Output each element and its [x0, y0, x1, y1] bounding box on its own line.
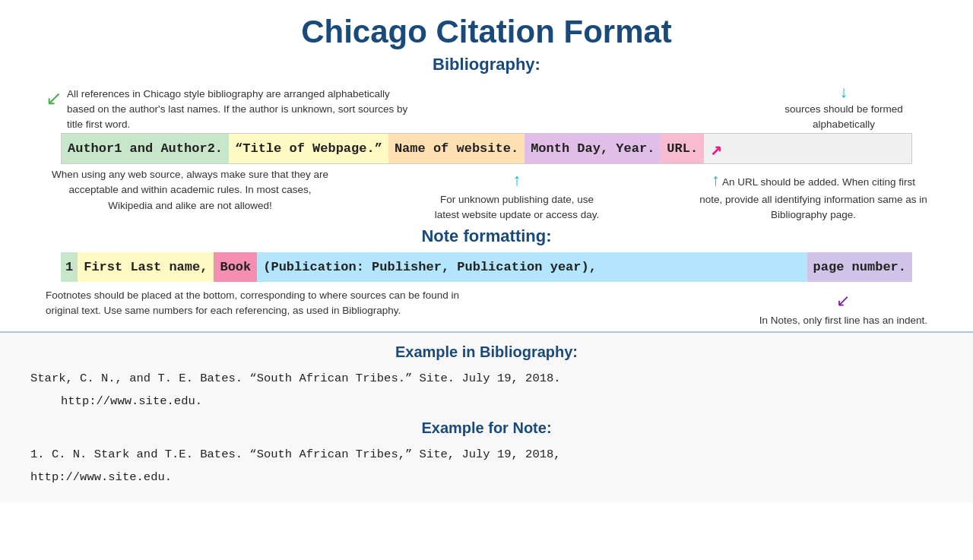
top-left-annotation: ↙ All references in Chicago style biblio… — [46, 87, 410, 131]
page-title: Chicago Citation Format — [23, 14, 950, 50]
pink-arrow-icon: ↗ — [710, 137, 722, 161]
bibliography-citation-bar-wrap: Author1 and Author2. “Title of Webpage.”… — [23, 133, 950, 164]
note-number: 1 — [61, 252, 78, 282]
citation-title: “Title of Webpage.” — [229, 134, 388, 163]
bibliography-heading: Bibliography: — [23, 55, 950, 74]
note-annotation-row: Footnotes should be placed at the bottom… — [23, 285, 950, 328]
cyan-up-arrow2-icon: ↑ — [712, 170, 720, 189]
purple-arrow-icon: ↙ — [836, 288, 850, 313]
note-example-line2: http://www.site.edu. — [30, 467, 943, 487]
bibliography-citation-bar: Author1 and Author2. “Title of Webpage.”… — [61, 133, 912, 164]
note-citation-bar: 1 First Last name, Book (Publication: Pu… — [61, 252, 912, 282]
note-citation-bar-wrap: 1 First Last name, Book (Publication: Pu… — [23, 252, 950, 282]
note-left-annotation: Footnotes should be placed at the bottom… — [46, 288, 464, 319]
citation-url: URL. — [661, 134, 704, 163]
bottom-right-annotation-text: An URL should be added. When citing firs… — [699, 176, 927, 220]
top-right-annotation-text: sources should be formed alphabetically — [760, 102, 927, 131]
example-bibliography-heading: Example in Bibliography: — [30, 343, 943, 361]
bottom-left-annotation: When using any web source, always make s… — [46, 167, 334, 214]
bottom-section: Example in Bibliography: Stark, C. N., a… — [0, 331, 973, 502]
citation-website: Name of website. — [388, 134, 525, 163]
bibliography-example-line1: Stark, C. N., and T. E. Bates. “South Af… — [30, 369, 943, 388]
note-heading: Note formatting: — [23, 226, 950, 246]
pink-arrow-area: ↗ — [704, 134, 728, 163]
citation-author: Author1 and Author2. — [62, 134, 229, 163]
top-section: Chicago Citation Format Bibliography: ↙ … — [0, 0, 973, 328]
top-left-annotation-text: All references in Chicago style bibliogr… — [67, 87, 410, 131]
bottom-center-annotation-text: For unknown publishing date, use latest … — [429, 192, 604, 223]
main-container: Chicago Citation Format Bibliography: ↙ … — [0, 0, 973, 502]
bottom-annotation-row: When using any web source, always make s… — [23, 164, 950, 223]
cyan-down-arrow-icon: ↓ — [840, 82, 848, 102]
top-annotation-row: ↙ All references in Chicago style biblio… — [23, 82, 950, 131]
note-page: page number. — [807, 252, 912, 282]
bottom-center-annotation: ↑ For unknown publishing date, use lates… — [429, 167, 604, 223]
note-right-annotation: ↙ In Notes, only first line has an inden… — [759, 288, 927, 328]
bottom-right-annotation: ↑ An URL should be added. When citing fi… — [699, 167, 927, 223]
note-example-line1: 1. C. N. Stark and T.E. Bates. “South Af… — [30, 445, 943, 464]
note-name: First Last name, — [78, 252, 214, 282]
note-publication: (Publication: Publisher, Publication yea… — [257, 252, 807, 282]
bibliography-example-line2: http://www.site.edu. — [30, 391, 943, 411]
example-note-heading: Example for Note: — [30, 419, 943, 437]
citation-date: Month Day, Year. — [525, 134, 661, 163]
green-arrow-icon: ↙ — [46, 87, 62, 110]
cyan-up-arrow-icon: ↑ — [513, 167, 521, 192]
top-right-annotation: ↓ sources should be formed alphabeticall… — [760, 82, 927, 131]
note-book: Book — [214, 252, 257, 282]
note-right-annotation-text: In Notes, only first line has an indent. — [759, 313, 927, 328]
